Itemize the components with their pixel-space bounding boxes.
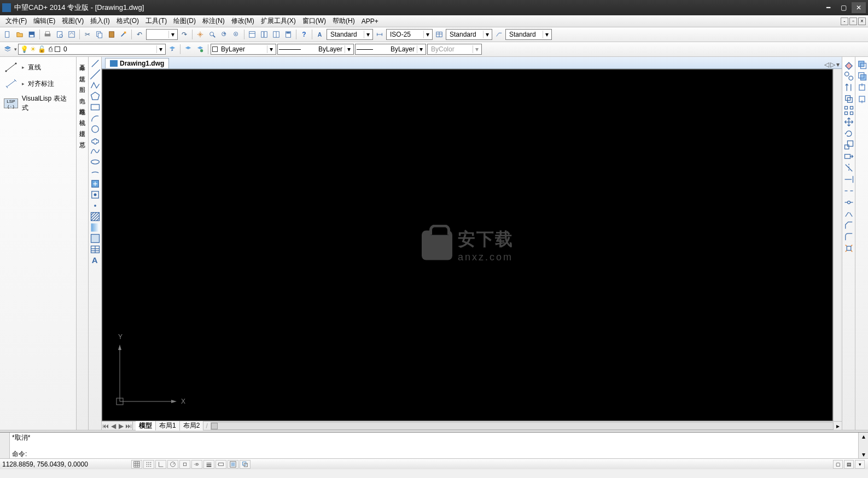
cut-button[interactable]: ✂ [82,29,93,40]
break-at-point-tool[interactable] [843,197,854,207]
command-text[interactable]: *取消* 命令: [10,433,858,458]
lineweight-dropdown[interactable]: ByLayer▾ [355,44,426,55]
layout-tab-1[interactable]: 布局1 [156,421,180,430]
pline-tool[interactable] [90,80,101,90]
stretch-tool[interactable] [843,151,854,161]
menu-window[interactable]: 窗口(W) [299,15,329,27]
tray-menu-button[interactable]: ▾ [855,460,865,469]
layer-tools-button[interactable] [195,44,206,55]
print-preview-button[interactable] [54,29,65,40]
layout-tab-model[interactable]: 模型 [136,421,156,430]
bring-front-tool[interactable] [857,59,867,69]
layout-prev-button[interactable]: ◀ [109,422,117,430]
insert-block-tool[interactable] [90,178,101,189]
hatch-tool[interactable] [90,211,101,221]
copy-button[interactable] [94,29,105,40]
move-tool[interactable] [843,116,854,127]
coordinates-readout[interactable]: 1128.8859, 756.0439, 0.0000 [2,460,123,468]
drawing-viewport[interactable]: 安下载 anxz.com Y X [102,69,833,421]
otrack-toggle[interactable] [191,460,202,469]
send-back-tool[interactable] [857,71,867,81]
minimize-button[interactable]: ━ [821,2,835,13]
tab-list-button[interactable]: ▾ [836,61,840,68]
maximize-button[interactable]: ▢ [836,2,850,13]
model-toggle[interactable] [228,460,238,469]
point-tool[interactable] [90,200,101,211]
calculator-button[interactable] [283,29,294,40]
join-tool[interactable] [843,208,854,219]
new-button[interactable] [2,29,13,40]
tray-button-1[interactable]: ▢ [833,460,843,469]
spline-tool[interactable] [90,145,101,156]
pan-button[interactable] [195,29,206,40]
line-tool[interactable] [90,58,101,68]
layout-tab-2[interactable]: 布局2 [180,421,204,430]
ellipse-arc-tool[interactable] [90,167,101,178]
lwt-toggle[interactable] [203,460,214,469]
menu-format[interactable]: 格式(O) [113,15,142,27]
layout-next-button[interactable]: ▶ [117,422,125,430]
polar-toggle[interactable] [167,460,178,469]
rotate-tool[interactable] [843,128,854,138]
save-button[interactable] [26,29,37,40]
mdi-close-button[interactable]: × [858,18,866,25]
menu-view[interactable]: 视图(V) [59,15,87,27]
vertical-scrollbar[interactable] [833,69,842,421]
ellipse-tool[interactable] [90,156,101,167]
layout-first-button[interactable]: ⏮ [102,422,109,430]
design-center-button[interactable] [259,29,270,40]
layer-prev-button[interactable] [167,44,178,55]
menu-dim[interactable]: 标注(N) [199,15,228,27]
zoom-realtime-button[interactable] [207,29,218,40]
text-style-button[interactable]: A [314,29,325,40]
arc-tool[interactable] [90,113,101,123]
command-handle[interactable] [0,433,10,458]
mleader-style-dropdown[interactable]: Standard▾ [505,29,552,40]
close-button[interactable]: ✕ [852,2,866,13]
print-button[interactable] [42,29,53,40]
revcloud-tool[interactable] [90,135,101,145]
command-scrollbar[interactable]: ▴▾ [858,433,868,458]
tray-button-2[interactable]: ▤ [844,460,854,469]
offset-tool[interactable] [843,94,854,104]
zoom-previous-button[interactable] [231,29,242,40]
menu-file[interactable]: 文件(F) [2,15,30,27]
break-tool[interactable] [843,185,854,196]
explode-tool[interactable] [843,243,854,253]
gradient-tool[interactable] [90,222,101,232]
redo-button[interactable]: ↷ [179,29,190,40]
menu-ext[interactable]: 扩展工具(X) [258,15,299,27]
layer-manager-button[interactable] [2,44,13,55]
make-block-tool[interactable] [90,189,101,200]
table-tool[interactable] [90,244,101,254]
palette-item-vlisp[interactable]: LSP( · ) VisualLisp 表达式 [2,92,74,115]
chamfer-tool[interactable] [843,220,854,230]
circle-tool[interactable] [90,124,101,134]
palette-item-align-dim[interactable]: ▸ 对齐标注 [2,75,74,92]
dim-style-dropdown[interactable]: ISO-25▾ [386,29,433,40]
help-button[interactable]: ? [299,29,310,40]
snap-toggle[interactable] [131,460,142,469]
menu-app[interactable]: APP+ [358,16,382,26]
layer-states-button[interactable] [183,44,194,55]
cycling-toggle[interactable] [240,460,251,469]
menu-edit[interactable]: 编辑(E) [30,15,59,27]
publish-button[interactable] [66,29,77,40]
dim-style-button[interactable] [374,29,385,40]
rectangle-tool[interactable] [90,102,101,112]
match-props-button[interactable] [118,29,129,40]
menu-tools[interactable]: 工具(T) [142,15,170,27]
bring-above-tool[interactable] [857,82,867,92]
erase-tool[interactable] [843,59,854,69]
array-tool[interactable] [843,105,854,115]
layer-dropdown[interactable]: 💡 ☀ 🔓 ⎙ 0 ▾ [18,44,166,55]
tab-prev-button[interactable]: ◁ [824,61,829,68]
linetype-dropdown[interactable]: ByLayer▾ [277,44,354,55]
ortho-toggle[interactable] [155,460,166,469]
undo-button[interactable]: ↶ [134,29,145,40]
menu-insert[interactable]: 插入(I) [87,15,113,27]
properties-button[interactable] [247,29,258,40]
region-tool[interactable] [90,233,101,243]
polygon-tool[interactable] [90,91,101,101]
mleader-style-button[interactable] [493,29,504,40]
